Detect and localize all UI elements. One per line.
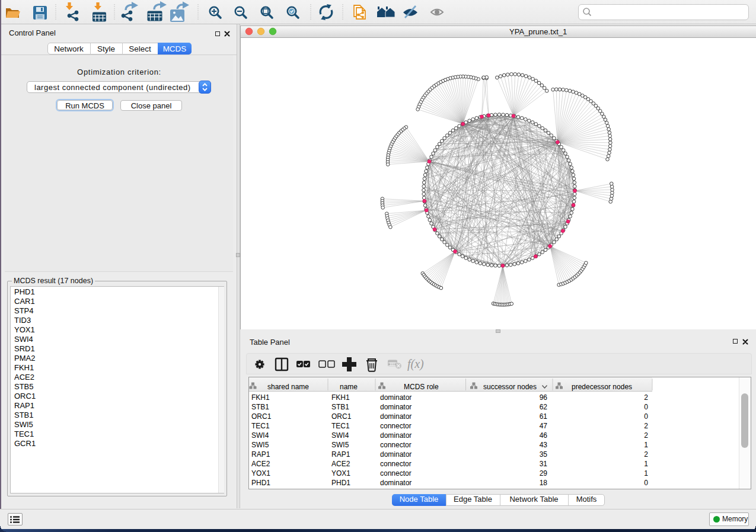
- svg-text:f(x): f(x): [407, 357, 424, 371]
